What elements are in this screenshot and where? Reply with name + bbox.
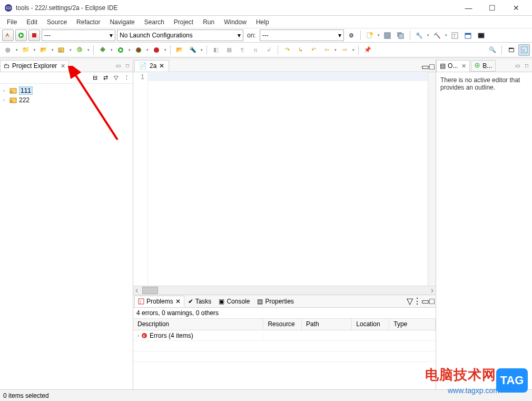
- launch-config-select[interactable]: ---▾: [42, 30, 115, 41]
- col-resource[interactable]: Resource: [263, 319, 302, 330]
- menu-navigate[interactable]: Navigate: [105, 18, 139, 26]
- coverage-icon[interactable]: [133, 44, 144, 56]
- minimize-view-icon[interactable]: ▭: [114, 62, 122, 70]
- stop-button[interactable]: [28, 30, 40, 41]
- build-button[interactable]: [2, 30, 14, 41]
- close-icon[interactable]: ✕: [460, 63, 466, 70]
- gear-icon[interactable]: ⚙: [346, 30, 357, 41]
- step-back-icon[interactable]: ↶: [308, 44, 319, 56]
- chevron-down-icon[interactable]: ▾: [51, 48, 54, 52]
- launch-target-select[interactable]: ---▾: [260, 30, 344, 41]
- save-all-icon[interactable]: [395, 30, 407, 41]
- menu-file[interactable]: File: [2, 18, 22, 26]
- collapse-all-icon[interactable]: ⊟: [91, 74, 99, 82]
- run-play-icon[interactable]: [115, 44, 126, 56]
- chevron-down-icon[interactable]: ▾: [334, 48, 337, 52]
- close-icon[interactable]: ✕: [175, 298, 181, 305]
- hammer-icon[interactable]: 🔨: [431, 30, 443, 41]
- col-type[interactable]: Type: [389, 319, 436, 330]
- col-location[interactable]: Location: [352, 319, 389, 330]
- chevron-down-icon[interactable]: ▾: [87, 48, 90, 52]
- new-c-project-icon[interactable]: c: [56, 44, 67, 56]
- tasks-tab[interactable]: ✔Tasks: [184, 296, 215, 307]
- nav-forward-icon[interactable]: ⇨: [339, 44, 350, 56]
- new-project-icon[interactable]: 📁: [20, 44, 32, 56]
- step-into-icon[interactable]: ↳: [294, 44, 306, 56]
- calendar-icon[interactable]: [462, 30, 474, 41]
- expand-icon[interactable]: ›: [3, 88, 8, 93]
- maximize-button[interactable]: ☐: [480, 0, 504, 16]
- pi-icon[interactable]: π: [250, 44, 261, 56]
- view-menu-icon[interactable]: ⋮: [122, 74, 131, 82]
- project-tree[interactable]: › c 111 › c 222: [0, 84, 133, 389]
- toggle-mark-icon[interactable]: ◧: [210, 44, 222, 56]
- pin-icon[interactable]: 📌: [362, 44, 373, 56]
- properties-tab[interactable]: ▤Properties: [253, 296, 298, 307]
- project-explorer-tab[interactable]: 🗀 Project Explorer ✕: [0, 60, 69, 72]
- menu-help[interactable]: Help: [251, 18, 274, 26]
- nav-back-icon[interactable]: ⇦: [321, 44, 332, 56]
- flashlight-icon[interactable]: 🔦: [187, 44, 199, 56]
- expand-icon[interactable]: ›: [137, 333, 139, 338]
- maximize-view-icon[interactable]: □: [429, 297, 435, 306]
- chevron-down-icon[interactable]: ▾: [200, 48, 203, 52]
- console-tab[interactable]: ▣Console: [215, 296, 253, 307]
- horizontal-scrollbar[interactable]: ‹›: [133, 286, 436, 295]
- step-over-icon[interactable]: ↷: [281, 44, 293, 56]
- minimize-button[interactable]: —: [457, 0, 480, 16]
- overview-ruler[interactable]: [428, 72, 436, 286]
- maximize-view-icon[interactable]: □: [429, 62, 435, 72]
- chevron-down-icon[interactable]: ▾: [352, 48, 355, 52]
- open-type-icon[interactable]: T: [449, 30, 461, 41]
- chevron-down-icon[interactable]: ▾: [33, 48, 36, 52]
- chevron-down-icon[interactable]: ▾: [110, 48, 113, 52]
- chevron-down-icon[interactable]: ▾: [146, 48, 149, 52]
- filter-icon[interactable]: ▽: [112, 74, 120, 82]
- table-row[interactable]: › x Errors (4 items): [133, 330, 436, 341]
- run-button[interactable]: [15, 30, 27, 41]
- show-whitespace-icon[interactable]: ¶: [237, 44, 248, 56]
- chevron-down-icon[interactable]: ▾: [445, 33, 448, 37]
- minimize-view-icon[interactable]: ▭: [421, 62, 429, 72]
- minimize-view-icon[interactable]: ▭: [421, 296, 429, 306]
- target-icon[interactable]: ◎: [2, 44, 14, 56]
- c-perspective-icon[interactable]: C: [518, 44, 530, 56]
- editor-tab[interactable]: 📄 2a ✕: [134, 60, 169, 72]
- menu-refactor[interactable]: Refactor: [72, 18, 105, 26]
- link-editor-icon[interactable]: ⇄: [101, 74, 110, 82]
- chevron-down-icon[interactable]: ▾: [377, 33, 380, 37]
- close-button[interactable]: ✕: [504, 0, 528, 16]
- problems-tab[interactable]: ! Problems ✕: [134, 296, 184, 307]
- new-icon[interactable]: [364, 30, 376, 41]
- filter-icon[interactable]: ▽: [407, 296, 413, 306]
- editor-area[interactable]: 1: [133, 72, 436, 286]
- open-folder-icon[interactable]: 📂: [174, 44, 185, 56]
- view-menu-icon[interactable]: ⋮: [413, 296, 421, 306]
- wrap-icon[interactable]: ↲: [263, 44, 274, 56]
- close-icon[interactable]: ✕: [159, 62, 164, 70]
- col-path[interactable]: Path: [302, 319, 352, 330]
- minimize-view-icon[interactable]: ▭: [513, 62, 521, 70]
- chevron-down-icon[interactable]: ▾: [128, 48, 131, 52]
- menu-window[interactable]: Window: [219, 18, 251, 26]
- menu-project[interactable]: Project: [169, 18, 198, 26]
- new-folder-icon[interactable]: 📂: [38, 44, 50, 56]
- menu-run[interactable]: Run: [198, 18, 219, 26]
- terminal-icon[interactable]: [476, 30, 487, 41]
- chevron-down-icon[interactable]: ▾: [427, 33, 430, 37]
- debug-icon[interactable]: [97, 44, 109, 56]
- launch-config-dropdown[interactable]: No Launch Configurations▾: [117, 30, 243, 41]
- maximize-view-icon[interactable]: □: [123, 62, 132, 70]
- chevron-down-icon[interactable]: ▾: [164, 48, 167, 52]
- new-c-class-icon[interactable]: c: [74, 44, 85, 56]
- problems-table[interactable]: Description Resource Path Location Type …: [133, 319, 436, 389]
- close-icon[interactable]: ✕: [59, 63, 65, 70]
- toggle-block-icon[interactable]: ▦: [223, 44, 235, 56]
- save-icon[interactable]: [382, 30, 393, 41]
- search-icon[interactable]: 🔍: [487, 44, 498, 56]
- open-perspective-icon[interactable]: 🗔: [505, 44, 517, 56]
- chevron-down-icon[interactable]: ▾: [15, 48, 18, 52]
- maximize-view-icon[interactable]: □: [523, 62, 531, 70]
- project-item[interactable]: › c 222: [1, 95, 132, 105]
- expand-icon[interactable]: ›: [3, 97, 8, 103]
